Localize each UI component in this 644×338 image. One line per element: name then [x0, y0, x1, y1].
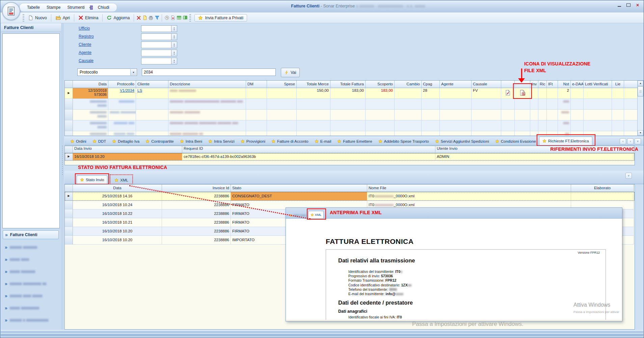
aggiorna-button[interactable]: Aggiorna	[104, 14, 132, 21]
tab-dettaglio-iva[interactable]: Dettaglio Iva	[109, 138, 142, 145]
column-header-spese[interactable]: Spese	[267, 81, 297, 88]
sidebar-list-panel[interactable]	[2, 33, 60, 228]
column-header-lotti[interactable]: Lotti Verificati	[584, 81, 612, 88]
filter-input-registro[interactable]	[141, 33, 171, 40]
application-icon[interactable]	[2, 2, 20, 20]
filter-label-causale[interactable]: Causale	[79, 58, 93, 63]
tab-condizioni-evasione[interactable]: Condizioni Evasione	[492, 138, 539, 145]
tab-addebito-spese-trasporto[interactable]: Addebito Spese Trasporto	[375, 138, 432, 145]
invoice-row-redacted[interactable]: xxxxxxxxxxxxxxxxxxx xxxxxxxxxxxxxxxx xxx…	[65, 110, 643, 120]
column-header-file[interactable]: Nome File	[367, 185, 571, 192]
yellow-page-button[interactable]	[142, 15, 148, 21]
column-header-cliente[interactable]: Cliente	[136, 81, 168, 88]
tab-intra-beni[interactable]: Intra Beni	[177, 138, 205, 145]
spinner-icon[interactable]: ▲▼	[171, 58, 177, 64]
column-header-totale_merce[interactable]: Totale Merce	[297, 81, 330, 88]
column-header-cambio[interactable]: Cambio	[395, 81, 422, 88]
spinner-icon[interactable]: ▲▼	[171, 50, 177, 56]
scroll-up-icon[interactable]: ▲	[638, 81, 643, 86]
column-header-nst[interactable]: Nst	[558, 81, 571, 88]
column-header-agente[interactable]: Agente	[440, 81, 472, 88]
spinner-icon[interactable]: ▲▼	[171, 25, 177, 32]
xml-file-icon[interactable]	[516, 90, 529, 96]
clear-filter-button[interactable]	[136, 15, 142, 21]
history-clock-button[interactable]	[164, 15, 170, 21]
tab-servizi-aggiuntivi-spedizioni[interactable]: Servizi Aggiuntivi Spedizioni	[432, 138, 492, 145]
filter-input-agente[interactable]	[141, 50, 171, 56]
filter-label-ufficio[interactable]: Ufficio	[79, 26, 90, 31]
column-header-descrizione[interactable]: Descrizione	[168, 81, 246, 88]
column-header-dm[interactable]: DM	[246, 81, 267, 88]
sidebar-item-redacted[interactable]: »xxxxxx x xxxxxxxxxxx	[3, 316, 59, 324]
tab-e-mail[interactable]: E-mail	[312, 138, 334, 145]
richieste-row[interactable]: ▶16/10/2018 10.20ce7818ec-cf36-457d-a139…	[65, 153, 635, 161]
column-header-inv[interactable]: Inv	[530, 81, 538, 88]
pdf-file-icon[interactable]	[503, 90, 513, 96]
column-header-fill[interactable]	[624, 81, 638, 88]
column-header-invoice_id[interactable]: Invoice Id	[162, 185, 231, 192]
column-header-ric[interactable]: Ric	[538, 81, 547, 88]
column-header-stato[interactable]: Stato	[231, 185, 367, 192]
filter-input-cliente[interactable]	[141, 41, 171, 48]
column-header-totale_fattura[interactable]: Totale Fattura	[330, 81, 366, 88]
cliente-link[interactable]: LS	[137, 88, 142, 92]
sidebar-item-redacted[interactable]: »xxxxxx xxxxxxxxx xx	[3, 280, 59, 288]
excel-grid-button[interactable]	[176, 15, 182, 21]
filter-funnel-button[interactable]	[154, 15, 160, 21]
spinner-icon[interactable]: ▲▼	[171, 41, 177, 48]
vai-button[interactable]: Vai	[281, 68, 300, 77]
column-header-cpag[interactable]: Cpag	[422, 81, 440, 88]
column-header-data_invio[interactable]: Data Invio	[73, 146, 182, 153]
menu-stampe[interactable]: Stampe	[44, 4, 63, 10]
export-document-button[interactable]	[170, 15, 176, 21]
eraser-button[interactable]	[148, 15, 154, 21]
tab-list-icon[interactable]: ˅	[635, 138, 641, 144]
column-header-lie[interactable]: Lie	[612, 81, 624, 88]
spinner-icon[interactable]: ▲▼	[171, 33, 177, 40]
sidebar-splitter[interactable]	[61, 23, 64, 330]
column-header-causale[interactable]: Causale	[472, 81, 501, 88]
tab-richieste-ft-elettronica[interactable]: Richieste FT.Elettronica	[539, 137, 592, 145]
sidebar-item-fatture-clienti[interactable]: »Fatture Clienti	[3, 230, 59, 239]
tab-intra-servizi[interactable]: Intra Servizi	[205, 138, 238, 145]
column-header-data[interactable]: Data	[73, 81, 108, 88]
invoice-row-redacted[interactable]: xxxxxxxxxxxxxxxxxxxx xxxxxxxxxx xxxxxxxx…	[65, 131, 643, 136]
tab-fatture-emettere[interactable]: Fatture Emettere	[334, 138, 375, 145]
column-header-data[interactable]: Data	[73, 185, 162, 192]
tab-ddt[interactable]: DDT	[89, 138, 109, 145]
stato-row[interactable]: ▶25/10/2018 14.162238886CONSEGNATO_DESTI…	[65, 192, 635, 201]
book-button[interactable]	[182, 15, 188, 21]
toolbar-grip[interactable]	[23, 14, 24, 22]
maximize-button[interactable]	[624, 2, 633, 8]
toolbar-grip-2[interactable]	[189, 14, 191, 22]
menu-strumenti[interactable]: Strumenti	[64, 4, 87, 10]
filter-input-ufficio[interactable]	[141, 25, 171, 32]
protocollo-search-input[interactable]	[142, 68, 276, 76]
scrollbar-thumb[interactable]	[638, 86, 643, 96]
tab-contropartite[interactable]: Contropartite	[142, 138, 177, 145]
tab-scroll-left-icon[interactable]: ‹	[620, 138, 626, 144]
invia-fatture-button[interactable]: Invia Fatture a Privati	[194, 14, 247, 22]
filter-label-registro[interactable]: Registro	[79, 34, 94, 39]
tab-provvigioni[interactable]: Provvigioni	[238, 138, 268, 145]
sidebar-item-redacted[interactable]: »xxxxx xxxx	[3, 255, 59, 263]
column-header-ift[interactable]: IFt	[547, 81, 558, 88]
menu-tabelle[interactable]: Tabelle	[24, 4, 43, 10]
sidebar-item-redacted[interactable]: »xxxxx xxxxxxx	[3, 267, 59, 276]
sidebar-item-redacted[interactable]: »xxxxx xxxxxxxxx	[3, 304, 59, 312]
invoice-row-redacted[interactable]: xxxxxxxxxxxxxxxxxxxxxxxxxxxxx xxxxxxxxxx…	[65, 99, 643, 110]
minimize-button[interactable]	[615, 2, 623, 8]
apri-button[interactable]: Apri	[53, 14, 72, 22]
protocollo-dropdown[interactable]: Protocollo ▼	[77, 68, 137, 76]
tab-xml[interactable]: XML	[111, 176, 131, 184]
elimina-button[interactable]: Elimina	[76, 14, 101, 21]
invoice-row-selected[interactable]: ▶12/10/2018573036V1/2034LSxxxx xxxxxxxxx…	[65, 88, 643, 99]
tab-scroll-right-icon[interactable]: ›	[627, 138, 634, 144]
preview-tab-xml[interactable]: XML	[308, 211, 324, 218]
invoice-row-redacted[interactable]: xxxxxxxxxxxxxxxxxxxxx xxxxxxxxxx xxxxxxx…	[65, 120, 643, 131]
filter-label-agente[interactable]: Agente	[79, 50, 91, 55]
stato-panel-collapse-icon[interactable]: ˅	[625, 173, 632, 179]
nuovo-button[interactable]: Nuovo	[26, 14, 49, 22]
menu-chiudi[interactable]: Chiudi	[95, 4, 112, 10]
column-header-protocollo[interactable]: Protocollo	[108, 81, 136, 88]
